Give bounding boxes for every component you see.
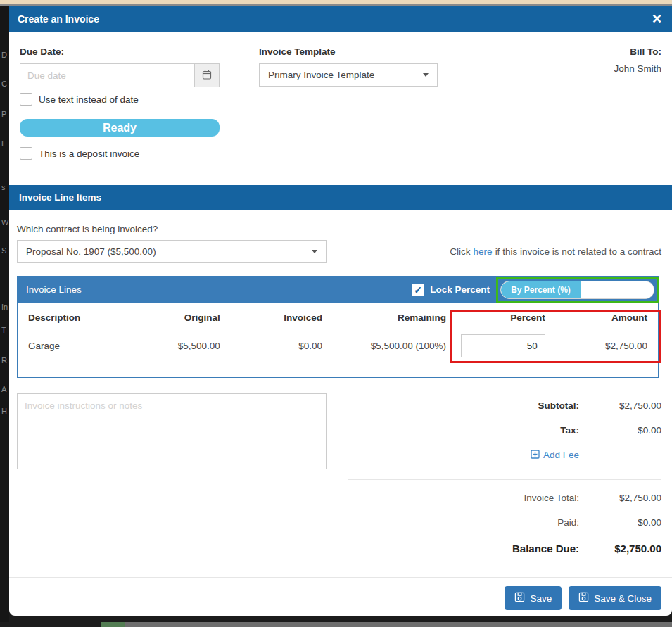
invoice-line-items-header: Invoice Line Items xyxy=(9,185,672,210)
tax-row: Tax: $0.00 xyxy=(348,418,661,443)
invoice-template-section: Invoice Template Primary Invoice Templat… xyxy=(259,46,438,160)
cell-description: Garage xyxy=(28,341,121,351)
table-header-row: Description Original Invoiced Remaining … xyxy=(28,312,647,323)
close-icon[interactable]: ✕ xyxy=(652,13,662,25)
ready-button[interactable]: Ready xyxy=(20,119,220,137)
sidebar-item-fragment: P xyxy=(1,110,6,118)
use-text-checkbox-row[interactable]: Use text instead of date xyxy=(20,93,220,106)
sidebar-item-fragment: A xyxy=(1,385,6,393)
sidebar-item-fragment: H xyxy=(1,407,7,415)
no-contract-prefix: Click xyxy=(450,246,470,257)
lock-percent-label: Lock Percent xyxy=(430,284,490,295)
subtotal-label: Subtotal: xyxy=(488,400,579,411)
paid-row: Paid: $0.00 xyxy=(348,510,661,535)
sidebar-item-fragment: S xyxy=(1,246,6,255)
save-button-label: Save xyxy=(530,593,552,604)
chevron-down-icon xyxy=(312,250,317,253)
plus-box-icon xyxy=(531,450,540,461)
invoice-lines-table: Description Original Invoiced Remaining … xyxy=(18,303,658,377)
column-header-original: Original xyxy=(121,312,220,323)
create-invoice-modal: Create an Invoice ✕ Due Date: xyxy=(9,6,672,616)
calendar-icon xyxy=(201,69,213,82)
taskbar-segment xyxy=(101,622,125,627)
column-header-invoiced: Invoiced xyxy=(220,312,322,323)
invoice-line-items-title: Invoice Line Items xyxy=(19,192,101,203)
modal-header: Create an Invoice ✕ xyxy=(9,6,672,32)
save-and-close-button[interactable]: Save & Close xyxy=(569,586,661,610)
due-date-input[interactable] xyxy=(20,63,194,87)
cell-invoiced: $0.00 xyxy=(220,341,322,351)
sidebar-item-fragment: s xyxy=(1,183,6,191)
deposit-checkbox[interactable] xyxy=(20,147,32,160)
use-text-checkbox-label: Use text instead of date xyxy=(39,94,139,105)
balance-due-row: Balance Due: $2,750.00 xyxy=(348,536,661,561)
cell-original: $5,500.00 xyxy=(121,341,220,351)
lock-percent-checkbox[interactable]: ✓ xyxy=(412,284,424,296)
invoice-total-value: $2,750.00 xyxy=(579,493,661,503)
deposit-checkbox-label: This is a deposit invoice xyxy=(39,148,139,159)
invoice-template-select[interactable]: Primary Invoice Template xyxy=(259,63,438,87)
contract-question-label: Which contract is being invoiced? xyxy=(17,224,327,234)
tax-label: Tax: xyxy=(488,425,579,436)
contract-select[interactable]: Proposal No. 1907 ($5,500.00) xyxy=(17,240,327,263)
paid-label: Paid: xyxy=(488,517,579,528)
percent-input[interactable] xyxy=(461,334,545,357)
subtotal-row: Subtotal: $2,750.00 xyxy=(348,393,661,418)
cell-remaining: $5,500.00 (100%) xyxy=(322,341,446,351)
add-fee-label: Add Fee xyxy=(543,450,579,460)
invoice-lines-bar: Invoice Lines ✓ Lock Percent By Percent … xyxy=(18,277,658,303)
save-floppy-icon xyxy=(514,592,525,604)
table-row: Garage $5,500.00 $0.00 $5,500.00 (100%) … xyxy=(28,334,647,357)
lock-percent-row[interactable]: ✓ Lock Percent xyxy=(412,284,490,296)
invoice-lines-panel: Invoice Lines ✓ Lock Percent By Percent … xyxy=(17,276,659,378)
tax-value: $0.00 xyxy=(579,425,661,436)
invoice-template-label: Invoice Template xyxy=(259,46,438,57)
by-percent-toggle[interactable]: By Percent (%) xyxy=(500,281,654,299)
paid-value: $0.00 xyxy=(579,517,661,528)
sidebar-item-fragment: T xyxy=(1,326,6,334)
sidebar-item-fragment: R xyxy=(1,356,7,365)
column-header-amount: Amount xyxy=(545,312,647,323)
cell-amount: $2,750.00 xyxy=(545,341,647,351)
save-close-floppy-icon xyxy=(578,592,589,604)
modal-footer: Save Save & Close xyxy=(9,577,672,619)
subtotal-value: $2,750.00 xyxy=(579,400,661,411)
notes-and-totals-row: Subtotal: $2,750.00 Tax: $0.00 xyxy=(9,378,672,561)
no-contract-text: Click here if this invoice is not relate… xyxy=(327,246,661,263)
due-date-section: Due Date: xyxy=(20,46,220,160)
annotation-green-box: By Percent (%) xyxy=(496,277,659,303)
bill-to-section: Bill To: John Smith xyxy=(438,46,661,160)
sidebar-item-fragment: E xyxy=(1,139,6,148)
calendar-button[interactable] xyxy=(194,63,220,87)
column-header-remaining: Remaining xyxy=(322,312,446,323)
totals-section: Subtotal: $2,750.00 Tax: $0.00 xyxy=(327,393,661,561)
invoice-total-row: Invoice Total: $2,750.00 xyxy=(348,486,661,510)
sidebar-item-fragment: D xyxy=(1,51,7,59)
horizontal-scrollbar[interactable] xyxy=(125,622,672,627)
sidebar-item-fragment: In xyxy=(1,303,8,311)
contract-row: Which contract is being invoiced? Propos… xyxy=(9,210,672,263)
invoice-notes-textarea[interactable] xyxy=(17,393,327,469)
due-date-input-group xyxy=(20,63,220,87)
deposit-checkbox-row[interactable]: This is a deposit invoice xyxy=(20,147,220,160)
invoice-lines-title: Invoice Lines xyxy=(26,284,82,295)
save-and-close-button-label: Save & Close xyxy=(594,593,652,604)
sidebar-item-fragment: W xyxy=(1,218,8,227)
no-contract-suffix: if this invoice is not related to a cont… xyxy=(495,246,661,257)
sidebar-item-fragment: C xyxy=(1,80,7,88)
balance-due-label: Balance Due: xyxy=(488,543,579,555)
invoice-lines-controls: ✓ Lock Percent By Percent (%) xyxy=(412,279,649,300)
by-percent-toggle-label: By Percent (%) xyxy=(501,281,581,298)
bill-to-name: John Smith xyxy=(438,63,661,74)
modal-body: Due Date: xyxy=(9,32,672,619)
contract-select-section: Which contract is being invoiced? Propos… xyxy=(17,224,327,263)
save-button[interactable]: Save xyxy=(505,586,562,610)
use-text-checkbox[interactable] xyxy=(20,93,32,106)
chevron-down-icon xyxy=(423,73,429,77)
balance-due-value: $2,750.00 xyxy=(579,543,661,555)
background-bottombar xyxy=(0,622,672,627)
invoice-template-selected-value: Primary Invoice Template xyxy=(268,70,374,80)
column-header-description: Description xyxy=(28,312,121,323)
add-fee-link[interactable]: Add Fee xyxy=(531,450,579,461)
no-contract-here-link[interactable]: here xyxy=(474,246,493,257)
